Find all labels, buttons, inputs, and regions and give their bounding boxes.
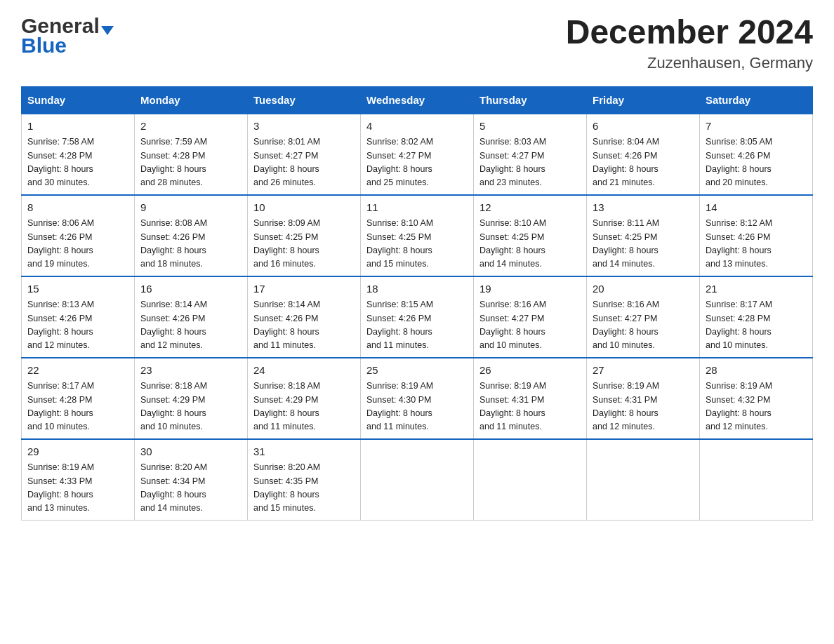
day-info: Sunrise: 8:19 AMSunset: 4:32 PMDaylight:… bbox=[706, 380, 807, 434]
weekday-header-saturday: Saturday bbox=[700, 86, 813, 114]
calendar-cell: 19Sunrise: 8:16 AMSunset: 4:27 PMDayligh… bbox=[474, 276, 587, 358]
calendar-cell: 1Sunrise: 7:58 AMSunset: 4:28 PMDaylight… bbox=[22, 114, 135, 195]
day-number: 12 bbox=[479, 200, 581, 216]
day-info: Sunrise: 8:19 AMSunset: 4:31 PMDaylight:… bbox=[593, 380, 694, 434]
day-info: Sunrise: 8:08 AMSunset: 4:26 PMDaylight:… bbox=[140, 217, 241, 271]
calendar-week-row: 15Sunrise: 8:13 AMSunset: 4:26 PMDayligh… bbox=[22, 276, 813, 358]
day-number: 2 bbox=[140, 119, 241, 135]
day-info: Sunrise: 8:10 AMSunset: 4:25 PMDaylight:… bbox=[479, 217, 581, 271]
day-number: 11 bbox=[366, 200, 468, 216]
day-info: Sunrise: 8:12 AMSunset: 4:26 PMDaylight:… bbox=[706, 217, 807, 271]
day-info: Sunrise: 8:16 AMSunset: 4:27 PMDaylight:… bbox=[479, 298, 581, 353]
day-number: 26 bbox=[479, 363, 581, 379]
calendar-cell: 7Sunrise: 8:05 AMSunset: 4:26 PMDaylight… bbox=[700, 114, 813, 195]
day-number: 3 bbox=[253, 119, 355, 135]
weekday-header-row: SundayMondayTuesdayWednesdayThursdayFrid… bbox=[22, 86, 813, 114]
day-info: Sunrise: 8:03 AMSunset: 4:27 PMDaylight:… bbox=[479, 135, 581, 190]
day-number: 22 bbox=[27, 363, 128, 379]
day-number: 8 bbox=[27, 200, 128, 216]
day-number: 31 bbox=[253, 444, 355, 460]
day-info: Sunrise: 8:04 AMSunset: 4:26 PMDaylight:… bbox=[593, 135, 694, 190]
month-title: December 2024 bbox=[566, 14, 813, 51]
day-number: 9 bbox=[140, 200, 241, 216]
day-info: Sunrise: 8:19 AMSunset: 4:30 PMDaylight:… bbox=[366, 380, 468, 434]
calendar-cell: 15Sunrise: 8:13 AMSunset: 4:26 PMDayligh… bbox=[22, 276, 135, 358]
day-info: Sunrise: 8:20 AMSunset: 4:34 PMDaylight:… bbox=[140, 461, 241, 516]
weekday-header-tuesday: Tuesday bbox=[248, 86, 361, 114]
weekday-header-wednesday: Wednesday bbox=[361, 86, 474, 114]
day-info: Sunrise: 8:18 AMSunset: 4:29 PMDaylight:… bbox=[253, 380, 355, 434]
calendar-cell: 18Sunrise: 8:15 AMSunset: 4:26 PMDayligh… bbox=[361, 276, 474, 358]
day-info: Sunrise: 8:17 AMSunset: 4:28 PMDaylight:… bbox=[27, 380, 128, 434]
weekday-header-thursday: Thursday bbox=[474, 86, 587, 114]
calendar-cell bbox=[474, 439, 587, 521]
calendar-cell: 23Sunrise: 8:18 AMSunset: 4:29 PMDayligh… bbox=[135, 358, 248, 439]
calendar-cell: 9Sunrise: 8:08 AMSunset: 4:26 PMDaylight… bbox=[135, 195, 248, 276]
calendar-cell: 27Sunrise: 8:19 AMSunset: 4:31 PMDayligh… bbox=[587, 358, 700, 439]
calendar-cell bbox=[587, 439, 700, 521]
calendar-cell: 30Sunrise: 8:20 AMSunset: 4:34 PMDayligh… bbox=[135, 439, 248, 521]
day-number: 7 bbox=[706, 119, 807, 135]
calendar-cell: 6Sunrise: 8:04 AMSunset: 4:26 PMDaylight… bbox=[587, 114, 700, 195]
calendar-cell bbox=[361, 439, 474, 521]
day-info: Sunrise: 8:20 AMSunset: 4:35 PMDaylight:… bbox=[253, 461, 355, 516]
day-info: Sunrise: 8:06 AMSunset: 4:26 PMDaylight:… bbox=[27, 217, 128, 271]
day-info: Sunrise: 8:01 AMSunset: 4:27 PMDaylight:… bbox=[253, 135, 355, 190]
day-number: 10 bbox=[253, 200, 355, 216]
calendar-week-row: 8Sunrise: 8:06 AMSunset: 4:26 PMDaylight… bbox=[22, 195, 813, 276]
day-info: Sunrise: 7:59 AMSunset: 4:28 PMDaylight:… bbox=[140, 135, 241, 190]
page-header: General Blue December 2024 Zuzenhausen, … bbox=[21, 14, 813, 72]
day-number: 20 bbox=[593, 281, 694, 297]
day-number: 17 bbox=[253, 281, 355, 297]
day-info: Sunrise: 8:16 AMSunset: 4:27 PMDaylight:… bbox=[593, 298, 694, 353]
calendar-cell: 2Sunrise: 7:59 AMSunset: 4:28 PMDaylight… bbox=[135, 114, 248, 195]
day-number: 4 bbox=[366, 119, 468, 135]
title-section: December 2024 Zuzenhausen, Germany bbox=[566, 14, 813, 72]
day-info: Sunrise: 8:17 AMSunset: 4:28 PMDaylight:… bbox=[706, 298, 807, 353]
logo-triangle-icon bbox=[101, 26, 114, 35]
calendar-cell: 11Sunrise: 8:10 AMSunset: 4:25 PMDayligh… bbox=[361, 195, 474, 276]
day-number: 13 bbox=[593, 200, 694, 216]
calendar-cell: 13Sunrise: 8:11 AMSunset: 4:25 PMDayligh… bbox=[587, 195, 700, 276]
calendar-week-row: 22Sunrise: 8:17 AMSunset: 4:28 PMDayligh… bbox=[22, 358, 813, 439]
day-number: 23 bbox=[140, 363, 241, 379]
calendar-cell: 5Sunrise: 8:03 AMSunset: 4:27 PMDaylight… bbox=[474, 114, 587, 195]
day-number: 24 bbox=[253, 363, 355, 379]
day-number: 21 bbox=[706, 281, 807, 297]
day-number: 14 bbox=[706, 200, 807, 216]
day-info: Sunrise: 8:05 AMSunset: 4:26 PMDaylight:… bbox=[706, 135, 807, 190]
calendar-cell: 24Sunrise: 8:18 AMSunset: 4:29 PMDayligh… bbox=[248, 358, 361, 439]
day-info: Sunrise: 8:02 AMSunset: 4:27 PMDaylight:… bbox=[366, 135, 468, 190]
day-number: 18 bbox=[366, 281, 468, 297]
logo-blue-text: Blue bbox=[21, 34, 67, 58]
calendar-cell: 4Sunrise: 8:02 AMSunset: 4:27 PMDaylight… bbox=[361, 114, 474, 195]
calendar-cell: 17Sunrise: 8:14 AMSunset: 4:26 PMDayligh… bbox=[248, 276, 361, 358]
calendar-cell: 28Sunrise: 8:19 AMSunset: 4:32 PMDayligh… bbox=[700, 358, 813, 439]
calendar-cell: 10Sunrise: 8:09 AMSunset: 4:25 PMDayligh… bbox=[248, 195, 361, 276]
weekday-header-monday: Monday bbox=[135, 86, 248, 114]
day-number: 15 bbox=[27, 281, 128, 297]
day-number: 5 bbox=[479, 119, 581, 135]
calendar-cell: 3Sunrise: 8:01 AMSunset: 4:27 PMDaylight… bbox=[248, 114, 361, 195]
day-info: Sunrise: 8:15 AMSunset: 4:26 PMDaylight:… bbox=[366, 298, 468, 353]
day-info: Sunrise: 7:58 AMSunset: 4:28 PMDaylight:… bbox=[27, 135, 128, 190]
calendar-cell: 21Sunrise: 8:17 AMSunset: 4:28 PMDayligh… bbox=[700, 276, 813, 358]
calendar-cell: 29Sunrise: 8:19 AMSunset: 4:33 PMDayligh… bbox=[22, 439, 135, 521]
day-info: Sunrise: 8:13 AMSunset: 4:26 PMDaylight:… bbox=[27, 298, 128, 353]
calendar-cell: 12Sunrise: 8:10 AMSunset: 4:25 PMDayligh… bbox=[474, 195, 587, 276]
day-number: 27 bbox=[593, 363, 694, 379]
day-info: Sunrise: 8:14 AMSunset: 4:26 PMDaylight:… bbox=[253, 298, 355, 353]
calendar-week-row: 1Sunrise: 7:58 AMSunset: 4:28 PMDaylight… bbox=[22, 114, 813, 195]
logo: General Blue bbox=[21, 14, 114, 58]
calendar-cell: 20Sunrise: 8:16 AMSunset: 4:27 PMDayligh… bbox=[587, 276, 700, 358]
calendar-table: SundayMondayTuesdayWednesdayThursdayFrid… bbox=[21, 86, 813, 521]
calendar-week-row: 29Sunrise: 8:19 AMSunset: 4:33 PMDayligh… bbox=[22, 439, 813, 521]
calendar-cell: 25Sunrise: 8:19 AMSunset: 4:30 PMDayligh… bbox=[361, 358, 474, 439]
calendar-cell: 26Sunrise: 8:19 AMSunset: 4:31 PMDayligh… bbox=[474, 358, 587, 439]
day-info: Sunrise: 8:14 AMSunset: 4:26 PMDaylight:… bbox=[140, 298, 241, 353]
day-info: Sunrise: 8:19 AMSunset: 4:31 PMDaylight:… bbox=[479, 380, 581, 434]
weekday-header-friday: Friday bbox=[587, 86, 700, 114]
calendar-cell: 31Sunrise: 8:20 AMSunset: 4:35 PMDayligh… bbox=[248, 439, 361, 521]
calendar-cell: 16Sunrise: 8:14 AMSunset: 4:26 PMDayligh… bbox=[135, 276, 248, 358]
day-info: Sunrise: 8:11 AMSunset: 4:25 PMDaylight:… bbox=[593, 217, 694, 271]
